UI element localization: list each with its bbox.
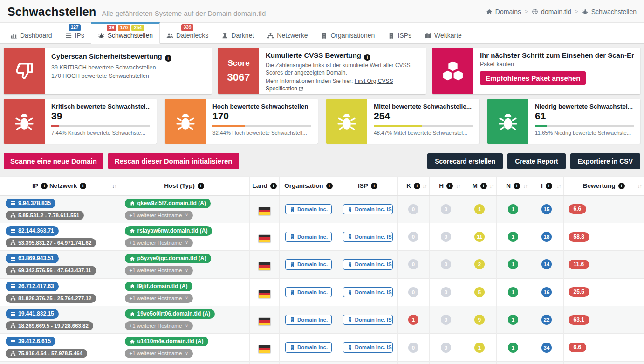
tab-weltkarte[interactable]: Weltkarte [418,22,468,43]
medium-count: 1 [474,343,485,353]
isp-badge[interactable]: Domain Inc. ISP [343,259,393,269]
info-icon[interactable]: i [364,54,370,61]
info-icon[interactable]: i [546,183,552,189]
info-icon[interactable]: i [514,183,520,189]
bug-icon [4,99,45,144]
host-badge[interactable]: rslayaw6nw.domain.tld (A) [125,226,212,236]
scan-new-domain-button[interactable]: Scanne eine neue Domain [4,153,103,169]
isp-badge[interactable]: Domain Inc. ISP [343,342,393,352]
severity-progress-bar [535,125,634,127]
host-badge[interactable]: 19ve5o0lrt06.domain.tld (A) [125,309,215,319]
network-badge[interactable]: 69.342.576.56 - 47.643.437.11 [6,266,96,275]
info-icon[interactable]: i [326,183,333,189]
low-count: 1 [508,287,518,297]
network-badge[interactable]: 81.826.376.25 - 25.764.277.12 [6,294,96,303]
building-icon [388,32,395,39]
table-row: 267.587.84.619 q16fnw.domain.tld (A) +7 … [0,361,644,364]
ip-badge[interactable]: 9.94.378.835 [6,199,55,208]
organisation-badge[interactable]: Domain Inc. [285,342,332,352]
info-icon[interactable]: i [165,55,171,62]
network-badge[interactable]: 5.85.531.2 - 7.78.611.551 [6,211,84,220]
info-icon[interactable]: i [414,183,420,189]
high-count: 0 [441,204,451,214]
tab-netzwerke[interactable]: Netzwerke [260,22,314,43]
network-badge[interactable]: 53.395.831.27 - 64.971.741.62 [6,238,96,247]
breadcrumb-domains[interactable]: Domains [486,8,521,15]
more-hostnames-toggle[interactable]: +1 weiterer Hostname∨ [125,294,193,303]
ip-badge[interactable]: 82.144.363.71 [6,226,59,236]
header-ip-network[interactable]: IPi Netzwerki ↓↑ [0,177,119,195]
sort-icon[interactable]: ↓↑ [112,183,116,189]
tab-ips[interactable]: 127 IPs [59,22,91,43]
datenlecks-count-badge: 339 [181,24,194,31]
header-rating[interactable]: Bewertungi↓↑ [563,177,644,195]
sort-icon[interactable]: ↓↑ [637,183,642,189]
breadcrumb-current: Schwachstellen [582,8,637,15]
rescan-domain-button[interactable]: Rescan dieser Domain initialisieren [108,153,239,169]
host-badge[interactable]: p5yzye0jgc.domain.tld (A) [125,254,211,263]
export-csv-button[interactable]: Exportiere in CSV [570,153,640,169]
ip-badge[interactable]: 63.869.943.51 [6,254,59,263]
host-badge[interactable]: l9jlif.domain.tld (A) [125,282,192,291]
isp-badge[interactable]: Domain Inc. ISP [343,315,393,325]
header-info[interactable]: Ii↓↑ [530,177,563,195]
info-icon[interactable]: i [618,183,625,189]
chevron-down-icon: ∨ [185,351,188,356]
severity-value: 39 [51,110,150,122]
isp-badge[interactable]: Domain Inc. ISP [343,232,393,242]
info-icon[interactable]: i [480,183,487,189]
ip-badge[interactable]: 19.441.832.15 [6,309,59,319]
organisation-badge[interactable]: Domain Inc. [285,204,332,214]
organisation-badge[interactable]: Domain Inc. [285,259,332,269]
header-critical[interactable]: Ki↓↑ [397,177,429,195]
organisation-badge[interactable]: Domain Inc. [285,232,332,242]
tab-schwachstellen[interactable]: 39 170 254 Schwachstellen [91,22,160,44]
high-summary: 170 HOCH bewertete Schwachstellen [51,72,205,80]
tab-darknet[interactable]: Darknet [215,22,260,43]
critical-count-badge: 39 [107,25,116,31]
network-badge[interactable]: 18.269.669.5 - 19.728.663.82 [6,321,93,330]
severity-progress-bar [51,125,150,127]
severity-caption: 7.44% Kritisch bewertete Schwachste... [51,130,150,136]
sort-icon[interactable]: ↓↑ [557,183,561,189]
external-link-icon [298,86,303,91]
organisation-badge[interactable]: Domain Inc. [285,287,332,297]
create-scorecard-button[interactable]: Scorecard erstellen [427,153,503,169]
high-count-badge: 170 [118,25,130,31]
info-icon[interactable]: i [371,183,377,189]
sort-icon[interactable]: ↓↑ [523,183,528,189]
tab-dashboard[interactable]: Dashboard [4,22,59,43]
more-hostnames-toggle[interactable]: +1 weiterer Hostname∨ [125,211,193,220]
info-icon[interactable]: i [198,183,204,189]
create-report-button[interactable]: Create Report [507,153,566,169]
more-hostnames-toggle[interactable]: +1 weiterer Hostname∨ [125,238,193,247]
host-badge[interactable]: u1410m4e.domain.tld (A) [125,337,208,346]
host-badge[interactable]: qkew9zl5f7.domain.tld (A) [125,199,211,208]
header-medium[interactable]: Mi↓↑ [463,177,496,195]
header-high[interactable]: Hi↓↑ [429,177,463,195]
tab-organisationen[interactable]: Organisationen [314,22,381,43]
info-icon[interactable]: i [80,183,86,189]
info-icon[interactable]: i [270,183,277,189]
isp-badge[interactable]: Domain Inc. ISP [343,204,393,214]
header-low[interactable]: Ni↓↑ [496,177,530,195]
sort-icon[interactable]: ↓↑ [423,183,427,189]
ip-badge[interactable]: 26.712.417.63 [6,282,59,291]
sort-icon[interactable]: ↓↑ [490,183,494,189]
view-package-button[interactable]: Empfohlenes Paket ansehen [480,71,586,85]
info-icon[interactable]: i [446,183,453,189]
tab-datenlecks[interactable]: 339 Datenlecks [160,22,215,43]
critical-count: 0 [408,343,418,353]
isp-badge[interactable]: Domain Inc. ISP [343,287,393,297]
more-hostnames-toggle[interactable]: +1 weiterer Hostname∨ [125,321,193,330]
info-icon[interactable]: i [41,183,48,189]
tab-isps[interactable]: ISPs [381,22,418,43]
ip-badge[interactable]: 39.412.6.615 [6,337,55,346]
user-secret-icon [221,32,228,39]
more-hostnames-toggle[interactable]: +1 weiterer Hostname∨ [125,266,193,275]
more-hostnames-toggle[interactable]: +1 weiterer Hostname∨ [125,349,193,358]
network-badge[interactable]: 75.916.4.64 - 57.978.5.464 [6,349,87,358]
organisation-badge[interactable]: Domain Inc. [285,315,332,325]
sort-icon[interactable]: ↓↑ [456,183,460,189]
breadcrumb-domain[interactable]: domain.tld [532,8,571,15]
